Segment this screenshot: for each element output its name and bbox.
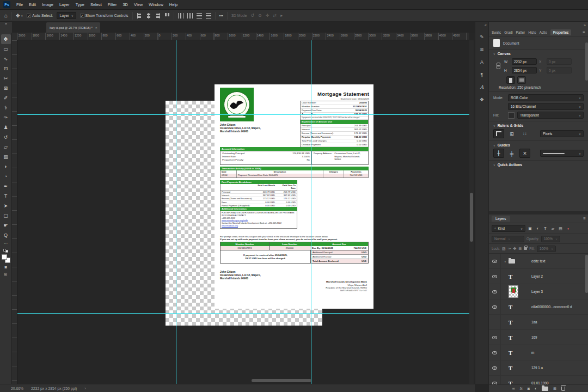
dodge-tool[interactable]: ◔	[1, 171, 11, 181]
rulers-grids-section-header[interactable]: ∨Rulers & Grids	[493, 124, 584, 127]
path-selection-tool[interactable]: ➤	[1, 201, 11, 211]
healing-brush-tool[interactable]: ⚕	[1, 103, 11, 113]
lasso-tool[interactable]: ∿	[1, 54, 11, 64]
close-icon[interactable]: ×	[95, 26, 97, 29]
gradient-tool[interactable]: ▧	[1, 152, 11, 162]
object-selection-tool[interactable]: ⊡	[1, 64, 11, 74]
distribute-centers-icon[interactable]	[187, 13, 193, 19]
visibility-toggle[interactable]	[489, 315, 501, 330]
menu-help[interactable]: Help	[169, 2, 177, 7]
lock-transparency-icon[interactable]: ▨	[502, 247, 506, 251]
brushes-panel-icon[interactable]: ≋	[480, 47, 484, 52]
menu-file[interactable]: File	[16, 2, 23, 7]
tab-properties[interactable]: Properties	[550, 29, 572, 35]
layer-row[interactable]: T 1aa	[489, 315, 588, 330]
vertical-ruler[interactable]	[12, 40, 17, 384]
portrait-button[interactable]	[506, 76, 515, 84]
canvas-viewport[interactable]: Mortgage Statement Statement Date: 05/04…	[17, 40, 469, 384]
layer-name[interactable]: Layer 2	[531, 274, 543, 278]
layer-row[interactable]: T Layer 2	[489, 269, 588, 284]
toggle-rulers-button[interactable]	[493, 129, 504, 138]
menu-edit[interactable]: Edit	[29, 2, 36, 7]
tab-swatches[interactable]: Swatc	[492, 30, 501, 34]
fill-opacity-select[interactable]: 100%	[537, 246, 556, 252]
properties-scrollbar[interactable]	[585, 42, 588, 81]
visibility-toggle[interactable]	[489, 284, 501, 299]
units-select[interactable]: Pixels	[540, 130, 584, 137]
menu-select[interactable]: Select	[90, 2, 102, 7]
filter-pixel-layers-icon[interactable]: ▣	[527, 226, 533, 231]
new-layer-icon[interactable]: ⊞	[553, 387, 556, 391]
visibility-toggle[interactable]	[489, 330, 501, 345]
move-tool-preset[interactable]: ✥∨	[16, 13, 23, 19]
width-field[interactable]: 2232 px	[512, 58, 537, 65]
marquee-tool[interactable]: ▭	[1, 44, 11, 54]
distribute-middles-icon[interactable]	[206, 13, 211, 19]
canvas-section-header[interactable]: ∨Canvas	[493, 52, 584, 56]
y-field[interactable]: 0 px	[547, 67, 572, 74]
default-colors-icon[interactable]	[3, 249, 8, 253]
height-field[interactable]: 2854 px	[512, 67, 537, 74]
history-panel-icon[interactable]: ✎	[480, 34, 484, 40]
layer-name[interactable]: 169	[531, 335, 537, 339]
menu-3d[interactable]: 3D	[122, 2, 128, 7]
align-left-icon[interactable]	[137, 13, 142, 19]
layer-effects-icon[interactable]: fx	[520, 387, 523, 390]
layer-row[interactable]: T 169	[489, 330, 588, 345]
filter-toggle-icon[interactable]: ●	[565, 227, 571, 230]
layer-row[interactable]: T cilla0000000...cccccccc0 d	[489, 299, 588, 315]
home-button[interactable]: ⌂	[4, 13, 8, 19]
layer-name[interactable]: m	[531, 351, 534, 354]
align-top-icon[interactable]	[164, 13, 170, 19]
tab-gradients[interactable]: Gradi	[504, 30, 512, 34]
zoom-tool[interactable]: Q	[1, 230, 11, 240]
panel-menu-icon[interactable]: ≡	[583, 216, 586, 221]
filter-smart-objects-icon[interactable]: ▤	[558, 226, 564, 231]
align-center-icon[interactable]	[146, 13, 151, 19]
expand-panels-button[interactable]: «	[485, 23, 487, 27]
tab-actions[interactable]: Actio	[540, 30, 547, 34]
lock-artboard-icon[interactable]: ⊞	[518, 247, 522, 251]
link-layers-icon[interactable]: ∞	[512, 387, 515, 390]
tab-patterns[interactable]: Patter	[516, 30, 525, 34]
tab-histogram[interactable]: Histo	[528, 30, 536, 34]
lock-guides-button[interactable]: ╪	[506, 149, 517, 158]
glyphs-panel-icon[interactable]: A	[480, 84, 484, 90]
visibility-toggle[interactable]	[489, 299, 501, 315]
adjustment-layer-icon[interactable]: ◐	[535, 387, 537, 390]
clear-guides-button[interactable]: ✕	[519, 149, 530, 158]
clone-stamp-tool[interactable]: ♟	[1, 122, 11, 132]
fill-select[interactable]: Transparent	[517, 112, 584, 119]
foreground-background-swatches[interactable]	[2, 254, 10, 263]
guides-section-header[interactable]: ∨Guides	[493, 143, 584, 147]
quick-mask-button[interactable]: ◙	[1, 263, 11, 271]
menu-filter[interactable]: Filter	[108, 2, 117, 7]
edit-toolbar-button[interactable]: ⋯	[1, 240, 11, 248]
layer-name[interactable]: 1aa	[531, 320, 537, 324]
menu-image[interactable]: Image	[42, 2, 53, 7]
crop-tool[interactable]: ✂	[1, 74, 11, 83]
panel-menu-icon[interactable]: ≡	[583, 30, 585, 35]
pen-tool[interactable]: ✒	[1, 181, 11, 191]
tab-layers[interactable]: Layers	[492, 216, 510, 222]
menu-window[interactable]: Window	[149, 2, 163, 7]
document-tab[interactable]: Italy id.psd @ 20.7% (RGB/16) * ×	[46, 22, 100, 33]
layer-name[interactable]: Layer 3	[531, 290, 543, 293]
visibility-toggle[interactable]	[489, 376, 501, 385]
toggle-grid-button[interactable]: ⊞	[506, 129, 517, 138]
blur-tool[interactable]: ◗	[1, 162, 11, 171]
chevron-down-icon[interactable]: ∨	[504, 260, 506, 263]
toggle-pixel-grid-button[interactable]: ∷	[519, 129, 530, 138]
layer-name[interactable]: 129 1 a	[531, 366, 543, 370]
vertical-scrollbar[interactable]	[469, 40, 474, 384]
mode-select[interactable]: RGB Color	[508, 94, 584, 101]
filter-adjustment-layers-icon[interactable]: ◐	[535, 226, 541, 230]
lock-all-icon[interactable]	[524, 247, 527, 250]
frame-tool[interactable]: ⊠	[1, 83, 11, 93]
show-transform-checkbox[interactable]: ✓Show Transform Controls	[80, 14, 128, 18]
zoom-level[interactable]: 20.66%	[11, 387, 23, 390]
ruler-corner[interactable]	[12, 33, 17, 40]
horizontal-scrollbar[interactable]	[17, 379, 469, 382]
link-dimensions-icon[interactable]	[497, 63, 500, 69]
auto-select-dropdown[interactable]: Layer	[57, 12, 76, 19]
